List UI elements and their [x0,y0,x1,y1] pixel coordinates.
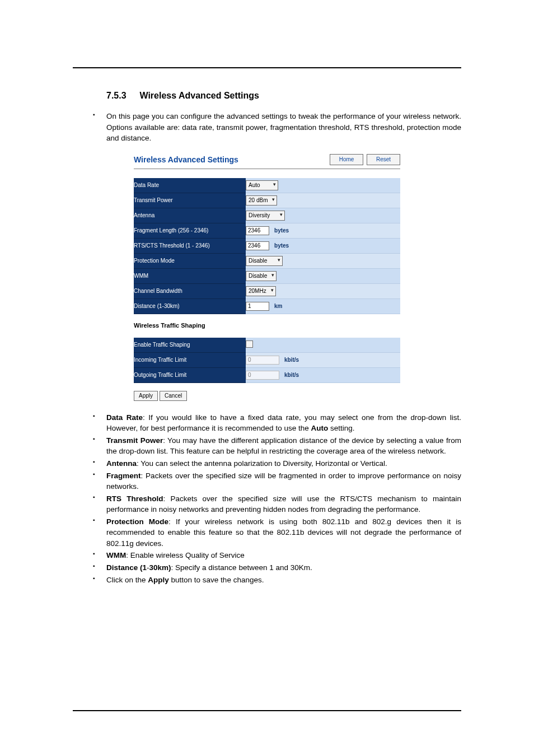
unit-fragment: bytes [274,227,289,234]
panel-title: Wireless Advanced Settings [134,155,238,164]
label-incoming-limit: Incoming Traffic Limit [134,352,246,367]
intro-text: On this page you can configure the advan… [90,111,461,144]
unit-distance: km [274,303,282,309]
input-rts[interactable] [246,241,269,250]
label-rts: RTS/CTS Threshold (1 - 2346) [134,238,246,253]
home-button[interactable]: Home [330,154,363,165]
apply-button[interactable]: Apply [134,391,158,401]
select-transmit-power[interactable]: 20 dBm [246,195,277,206]
bullet-distance: Distance (1-30km): Specify a distance be… [90,562,461,573]
select-protection[interactable]: Disable [246,256,283,266]
input-fragment[interactable] [246,226,269,235]
unit-incoming: kbit/s [284,357,299,363]
shaping-heading: Wireless Traffic Shaping [134,322,400,329]
settings-panel: Wireless Advanced Settings Home Reset Da… [134,154,400,401]
input-outgoing-limit [246,371,279,380]
bottom-rule [73,710,461,711]
label-wmm: WMM [134,268,246,283]
bullet-transmit-power: Transmit Power: You may have the differe… [90,435,461,457]
reset-button[interactable]: Reset [367,154,400,165]
bullet-apply: Click on the Apply button to save the ch… [90,575,461,586]
label-transmit-power: Transmit Power [134,193,246,208]
label-distance: Distance (1-30km) [134,298,246,314]
select-wmm[interactable]: Disable [246,271,277,281]
input-incoming-limit [246,356,279,365]
unit-rts: bytes [274,242,289,249]
select-data-rate[interactable]: Auto [246,180,278,190]
bullet-protection: Protection Mode: If your wireless networ… [90,516,461,549]
bullet-antenna: Antenna: You can select the antenna pola… [90,458,461,469]
bullet-wmm: WMM: Enable wireless Quality of Service [90,550,461,561]
shaping-table: Enable Traffic Shaping Incoming Traffic … [134,338,400,383]
label-fragment: Fragment Length (256 - 2346) [134,223,246,238]
input-distance[interactable] [246,302,269,311]
section-heading: 7.5.3 Wireless Advanced Settings [106,91,461,101]
label-channel-bw: Channel Bandwidth [134,283,246,298]
bullet-data-rate: Data Rate: If you would like to have a f… [90,412,461,434]
label-antenna: Antenna [134,208,246,223]
heading-number: 7.5.3 [106,91,137,101]
description-list: Data Rate: If you would like to have a f… [73,412,461,585]
select-channel-bw[interactable]: 20MHz [246,286,276,296]
label-protection: Protection Mode [134,253,246,268]
cancel-button[interactable]: Cancel [160,391,187,401]
select-antenna[interactable]: Diversity [246,211,285,221]
bullet-rts: RTS Threshold: Packets over the specifie… [90,493,461,515]
unit-outgoing: kbit/s [284,372,299,378]
heading-title: Wireless Advanced Settings [139,91,259,100]
checkbox-enable-shaping[interactable] [246,340,253,348]
label-data-rate: Data Rate [134,178,246,193]
top-rule [73,67,461,68]
settings-table: Data Rate Auto Transmit Power 20 dBm Ant… [134,178,400,314]
label-enable-shaping: Enable Traffic Shaping [134,338,246,353]
label-outgoing-limit: Outgoing Traffic Limit [134,367,246,382]
bullet-fragment: Fragment: Packets over the specified siz… [90,470,461,492]
